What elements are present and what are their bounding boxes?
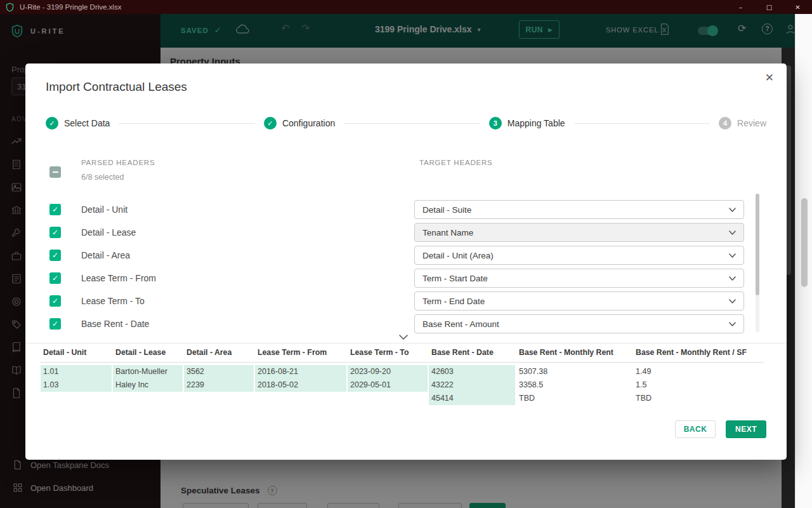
target-headers-label: TARGET HEADERS [419, 159, 493, 166]
target-header-select[interactable]: Detail - Suite [414, 200, 744, 219]
cell: 2023-09-20 [348, 365, 428, 378]
row-checkbox[interactable]: ✓ [49, 272, 61, 284]
target-header-select[interactable]: Detail - Unit (Area) [414, 246, 744, 265]
chevron-down-icon [729, 299, 736, 304]
target-header-select[interactable]: Base Rent - Amount [414, 314, 744, 333]
parsed-header-label: Base Rent - Date [81, 312, 149, 335]
cell: TBD [516, 392, 632, 405]
select-all-checkbox[interactable] [49, 166, 61, 178]
cell: Haley Inc [113, 378, 183, 392]
chevron-down-icon [729, 231, 736, 235]
mapping-list-header: PARSED HEADERS 6/8 selected TARGET HEADE… [25, 156, 787, 194]
cell: 45414 [429, 392, 515, 405]
scroll-more-chevron-icon[interactable] [399, 331, 408, 342]
step-select-data[interactable]: ✓ Select Data [46, 117, 110, 130]
column-header: Lease Term - To [348, 345, 428, 362]
close-window-button[interactable]: ✕ [783, 0, 812, 14]
preview-column: Lease Term - From 2016-08-21 2018-05-02 [255, 345, 346, 392]
stepper: ✓ Select Data ✓ Configuration 3 Mapping … [46, 116, 766, 131]
cell: 2239 [184, 378, 254, 392]
selected-target: Base Rent - Amount [422, 319, 499, 329]
cell: 3358.5 [516, 378, 632, 392]
maximize-button[interactable]: □ [755, 0, 783, 14]
preview-column: Base Rent - Monthly Rent 5307.38 3358.5 … [516, 345, 632, 405]
selected-target: Term - End Date [422, 297, 485, 306]
step-check-icon: ✓ [46, 117, 58, 130]
step-configuration[interactable]: ✓ Configuration [264, 117, 335, 130]
mapping-scrollbar-thumb[interactable] [756, 194, 759, 295]
cell: 1.01 [41, 365, 112, 378]
cell: 1.49 [633, 365, 764, 378]
cell: 1.03 [41, 378, 112, 392]
step-connector [344, 123, 480, 124]
import-leases-modal: ✕ Import Contractual Leases ✓ Select Dat… [25, 64, 787, 460]
selected-target: Term - Start Date [422, 274, 488, 283]
step-label: Select Data [64, 118, 110, 128]
column-header: Detail - Area [184, 345, 254, 362]
urite-window-icon [5, 3, 15, 12]
row-checkbox[interactable]: ✓ [49, 250, 61, 261]
chevron-down-icon [729, 322, 736, 326]
mapping-row: ✓ Lease Term - From Term - Start Date [25, 267, 787, 290]
cell: 2018-05-02 [255, 378, 346, 392]
mapping-row: ✓ Detail - Lease Tenant Name [25, 221, 787, 244]
target-header-select[interactable]: Term - End Date [414, 291, 744, 311]
screen: U-Rite - 3199 Pringle Drive.xlsx – □ ✕ U… [0, 0, 812, 508]
excel-scrollbar[interactable] [801, 198, 808, 287]
window-titlebar: U-Rite - 3199 Pringle Drive.xlsx – □ ✕ [0, 0, 812, 14]
column-header: Base Rent - Monthly Rent / SF [633, 345, 764, 362]
cell: 2016-08-21 [255, 365, 346, 378]
selected-target: Detail - Suite [422, 205, 471, 215]
modal-title: Import Contractual Leases [46, 80, 187, 94]
close-icon[interactable]: ✕ [765, 71, 774, 84]
selected-count: 6/8 selected [81, 173, 155, 182]
row-checkbox[interactable]: ✓ [49, 318, 61, 330]
step-number: 3 [489, 117, 502, 130]
step-label: Review [737, 118, 766, 128]
preview-table: Detail - Unit 1.01 1.03 Detail - Lease B… [25, 345, 787, 442]
parsed-headers-label: PARSED HEADERS [81, 159, 155, 166]
cell: Barton-Mueller [113, 365, 183, 378]
next-button[interactable]: NEXT [726, 420, 766, 438]
column-header: Base Rent - Date [429, 345, 515, 362]
column-header: Detail - Lease [113, 345, 183, 362]
row-checkbox[interactable]: ✓ [49, 204, 61, 215]
preview-column: Detail - Area 3562 2239 [184, 345, 254, 392]
target-header-select[interactable]: Term - Start Date [414, 269, 744, 288]
column-header: Detail - Unit [41, 345, 112, 362]
cell: 1.5 [633, 378, 764, 392]
preview-divider [25, 343, 787, 344]
window-title: U-Rite - 3199 Pringle Drive.xlsx [20, 3, 121, 11]
row-checkbox[interactable]: ✓ [49, 227, 61, 238]
column-header: Lease Term - From [255, 345, 346, 362]
step-review: 4 Review [719, 117, 766, 130]
selected-target: Detail - Unit (Area) [422, 251, 494, 260]
mapping-row: ✓ Lease Term - To Term - End Date [25, 290, 787, 312]
row-checkbox[interactable]: ✓ [49, 295, 61, 307]
cell: 5307.38 [516, 365, 632, 378]
step-number: 4 [719, 117, 731, 130]
parsed-header-label: Detail - Unit [81, 198, 128, 221]
preview-column: Detail - Lease Barton-Mueller Haley Inc [113, 345, 183, 392]
step-label: Configuration [282, 118, 335, 128]
chevron-down-icon [729, 276, 736, 281]
parsed-header-label: Lease Term - To [81, 290, 145, 312]
preview-column: Detail - Unit 1.01 1.03 [41, 345, 112, 392]
cell: TBD [633, 392, 764, 405]
target-header-select[interactable]: Tenant Name [414, 223, 744, 242]
mapping-row: ✓ Detail - Unit Detail - Suite [25, 198, 787, 221]
back-button[interactable]: BACK [675, 420, 716, 438]
parsed-header-label: Detail - Lease [81, 221, 136, 244]
step-connector [574, 123, 710, 124]
chevron-down-icon [729, 208, 736, 212]
minimize-button[interactable]: – [726, 0, 755, 14]
parsed-header-label: Detail - Area [81, 244, 130, 267]
step-connector [119, 123, 255, 124]
cell: 3562 [184, 365, 254, 378]
step-check-icon: ✓ [264, 117, 277, 130]
step-label: Mapping Table [508, 118, 565, 128]
column-header: Base Rent - Monthly Rent [516, 345, 632, 362]
preview-column: Base Rent - Date 42603 43222 45414 [429, 345, 515, 405]
cell: 43222 [429, 378, 515, 392]
step-mapping-table[interactable]: 3 Mapping Table [489, 117, 565, 130]
